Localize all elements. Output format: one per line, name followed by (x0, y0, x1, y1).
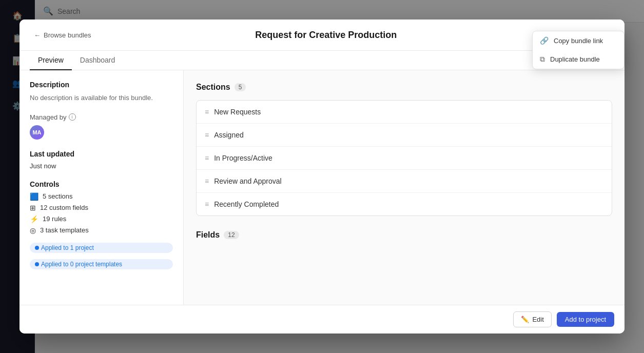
control-task-templates: ◎ 3 task templates (30, 226, 173, 234)
control-templates-text: 3 task templates (40, 226, 89, 234)
dropdown-menu: 🔗 Copy bundle link ⧉ Duplicate bundle (532, 31, 625, 69)
templates-icon: ◎ (30, 226, 36, 234)
section-row-completed: ≡ Recently Completed (197, 193, 612, 215)
duplicate-bundle-label: Duplicate bundle (550, 55, 600, 63)
last-updated-section: Last updated Just now (30, 150, 173, 170)
section-label-in-progress: In Progress/Active (214, 154, 272, 162)
control-fields-text: 12 custom fields (40, 204, 88, 211)
sections-header: Sections 5 (196, 83, 612, 92)
applied-projects-label: Applied to 1 project (41, 244, 94, 251)
tags-container: Applied to 1 project Applied to 0 projec… (30, 243, 173, 272)
browse-bundles-label: Browse bundles (44, 31, 91, 39)
section-row-assigned: ≡ Assigned (197, 124, 612, 147)
info-icon: i (69, 113, 76, 121)
control-rules: ⚡ 19 rules (30, 215, 173, 223)
add-to-project-button[interactable]: Add to project (557, 312, 614, 327)
copy-bundle-item[interactable]: 🔗 Copy bundle link (533, 31, 624, 50)
modal-footer: ✏️ Edit Add to project (19, 305, 625, 334)
fields-header: Fields 12 (196, 230, 612, 240)
controls-title: Controls (30, 180, 173, 188)
managed-by-label: Managed by i (30, 113, 173, 121)
control-sections: 🟦 5 sections (30, 192, 173, 201)
duplicate-icon: ⧉ (540, 55, 545, 64)
rules-icon: ⚡ (30, 215, 38, 223)
section-row-icon: ≡ (205, 108, 209, 116)
fields-count-badge: 12 (224, 231, 239, 239)
right-panel: Sections 5 ≡ New Requests ≡ Assigned ≡ I… (184, 70, 625, 305)
add-to-project-label: Add to project (565, 316, 606, 323)
section-row-in-progress: ≡ In Progress/Active (197, 147, 612, 170)
section-label-assigned: Assigned (214, 131, 244, 139)
applied-projects-tag[interactable]: Applied to 1 project (30, 243, 173, 253)
section-row-icon-3: ≡ (205, 154, 209, 162)
section-label-new-requests: New Requests (214, 108, 261, 116)
modal-title: Request for Creative Production (95, 30, 557, 41)
copy-link-icon: 🔗 (540, 36, 549, 45)
section-label-completed: Recently Completed (214, 200, 279, 208)
sections-list: ≡ New Requests ≡ Assigned ≡ In Progress/… (196, 100, 612, 216)
control-rules-text: 19 rules (43, 215, 66, 223)
sections-title: Sections (196, 83, 230, 92)
edit-icon: ✏️ (521, 316, 529, 323)
control-custom-fields: ⊞ 12 custom fields (30, 204, 173, 212)
applied-templates-tag[interactable]: Applied to 0 project templates (30, 259, 173, 269)
sections-count-badge: 5 (235, 83, 246, 91)
left-panel: Description No description is available … (19, 70, 184, 305)
tab-preview[interactable]: Preview (30, 51, 72, 70)
section-row-icon-2: ≡ (205, 131, 209, 139)
tag-dot-2 (35, 262, 39, 266)
modal-body: Description No description is available … (19, 70, 625, 305)
section-row-icon-5: ≡ (205, 200, 209, 208)
browse-bundles-button[interactable]: ← Browse bundles (30, 29, 95, 41)
section-row-review: ≡ Review and Approval (197, 170, 612, 193)
control-sections-text: 5 sections (43, 192, 73, 200)
fields-icon: ⊞ (30, 204, 36, 212)
tag-dot (35, 246, 39, 250)
copy-bundle-label: Copy bundle link (554, 37, 603, 45)
last-updated-label: Last updated (30, 150, 173, 158)
description-text: No description is available for this bun… (30, 93, 173, 103)
edit-button[interactable]: ✏️ Edit (513, 311, 551, 327)
applied-templates-label: Applied to 0 project templates (41, 261, 122, 268)
fields-title: Fields (196, 230, 220, 240)
tab-dashboard[interactable]: Dashboard (72, 51, 124, 70)
section-row-new-requests: ≡ New Requests (197, 101, 612, 124)
section-row-icon-4: ≡ (205, 177, 209, 185)
description-title: Description (30, 81, 173, 89)
sections-icon: 🟦 (30, 192, 38, 201)
edit-label: Edit (532, 316, 543, 323)
last-updated-value: Just now (30, 162, 173, 170)
managed-by-section: Managed by i MA (30, 113, 173, 140)
section-label-review: Review and Approval (214, 177, 282, 185)
controls-section: Controls 🟦 5 sections ⊞ 12 custom fields… (30, 180, 173, 234)
avatar: MA (30, 125, 44, 140)
arrow-left-icon: ← (34, 31, 41, 39)
duplicate-bundle-item[interactable]: ⧉ Duplicate bundle (533, 50, 624, 69)
